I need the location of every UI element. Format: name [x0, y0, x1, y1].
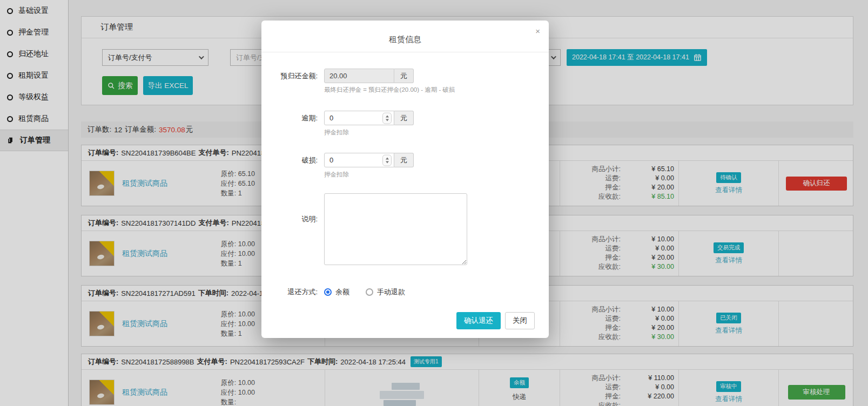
- radio-manual-refund[interactable]: 手动退款: [366, 285, 405, 299]
- note-textarea[interactable]: [324, 193, 467, 265]
- pre-return-row: 预归还金额: 元: [261, 69, 549, 83]
- overdue-label: 逾期:: [261, 111, 318, 125]
- currency-unit: 元: [394, 69, 414, 83]
- number-stepper[interactable]: [382, 154, 392, 166]
- refund-method-row: 退还方式: 余额 手动退款: [261, 285, 549, 299]
- damage-helper: 押金扣除: [324, 171, 349, 179]
- note-label: 说明:: [261, 193, 318, 265]
- overdue-row: 逾期: 元: [261, 111, 549, 125]
- refund-method-label: 退还方式:: [261, 285, 318, 299]
- pre-return-label: 预归还金额:: [261, 69, 318, 83]
- radio-selected-icon[interactable]: [324, 288, 332, 296]
- number-stepper[interactable]: [382, 112, 392, 124]
- modal-close-button[interactable]: 关闭: [505, 312, 535, 329]
- damage-row: 破损: 元: [261, 153, 549, 167]
- radio-balance[interactable]: 余额: [324, 285, 349, 299]
- radio-balance-label: 余额: [335, 285, 349, 299]
- confirm-refund-button[interactable]: 确认退还: [456, 312, 501, 329]
- pre-return-helper: 最终归还押金 = 预归还押金(20.00) - 逾期 - 破损: [324, 86, 455, 94]
- modal-title: 租赁信息: [261, 21, 549, 52]
- stepper-down-icon[interactable]: [386, 119, 389, 121]
- radio-unselected-icon[interactable]: [366, 288, 373, 296]
- pre-return-input: [324, 69, 394, 83]
- note-row: 说明:: [261, 193, 549, 265]
- stepper-up-icon[interactable]: [386, 157, 389, 159]
- rental-info-modal: × 租赁信息 预归还金额: 元 最终归还押金 = 预归还押金(20.00) - …: [261, 21, 549, 338]
- currency-unit: 元: [394, 153, 414, 167]
- currency-unit: 元: [394, 111, 414, 125]
- close-icon[interactable]: ×: [535, 27, 540, 35]
- overdue-helper: 押金扣除: [324, 128, 349, 137]
- damage-label: 破损:: [261, 153, 318, 167]
- radio-manual-label: 手动退款: [377, 285, 405, 299]
- modal-footer: 确认退还 关闭: [456, 312, 535, 329]
- stepper-up-icon[interactable]: [386, 115, 389, 117]
- stepper-down-icon[interactable]: [386, 161, 389, 163]
